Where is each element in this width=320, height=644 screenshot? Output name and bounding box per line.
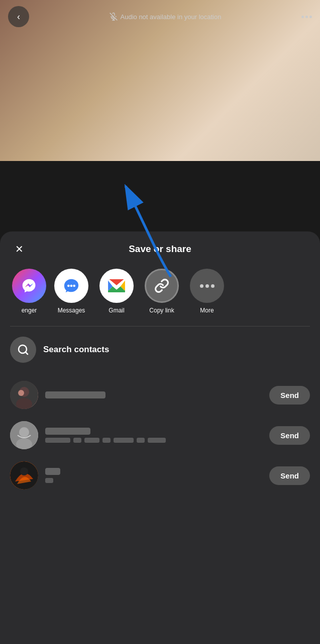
contact-row: Send [10,455,310,496]
messenger-label: enger [22,307,37,314]
svg-rect-6 [108,290,125,292]
copy-link-icon [145,269,179,303]
svg-point-3 [67,285,70,287]
contact-name-blur [45,428,90,435]
sheet-header: ✕ Save or share [10,244,310,255]
gmail-label: Gmail [109,307,124,314]
svg-point-17 [20,467,28,475]
more-label: More [200,307,214,314]
search-contacts-label: Search contacts [43,345,109,355]
close-button[interactable]: ✕ [10,240,28,258]
contact-meta [45,438,262,443]
back-button[interactable]: ‹ [8,6,29,27]
svg-line-8 [26,352,28,354]
contact-info [45,428,262,443]
contact-name-blur [45,391,105,398]
contacts-list: Send [10,375,310,496]
messages-label: Messages [58,307,85,314]
search-icon [10,337,36,363]
svg-point-14 [19,427,29,437]
divider [10,326,310,327]
svg-point-4 [70,285,73,287]
messenger-icon [12,269,46,303]
audio-notice: Audio not available in your location [110,13,222,21]
more-options-button[interactable] [301,16,312,18]
svg-point-12 [18,390,24,396]
app-gmail[interactable]: Gmail [96,269,137,314]
app-more[interactable]: More [187,269,227,314]
contact-row: Send [10,415,310,455]
share-bottom-sheet: ✕ Save or share e [0,231,320,644]
audio-notice-text: Audio not available in your location [121,13,222,21]
app-copy-link[interactable]: Copy link [142,269,182,314]
copy-link-label: Copy link [149,307,174,314]
search-contacts[interactable]: Search contacts [10,337,310,363]
background-image: ‹ Audio not available in your location [0,0,320,161]
send-button[interactable]: Send [269,466,310,485]
app-messages[interactable]: Messages [51,269,91,314]
share-apps-row: enger Messages [10,269,310,314]
contact-info [45,468,262,483]
contact-info [45,391,262,398]
avatar [10,461,38,490]
svg-point-5 [73,285,75,287]
send-button[interactable]: Send [269,426,310,445]
avatar [10,381,38,409]
sheet-title: Save or share [129,244,191,255]
gmail-icon [99,269,134,303]
contact-meta [45,478,262,483]
messages-icon [54,269,88,303]
avatar [10,421,38,449]
app-messenger[interactable]: enger [12,269,46,314]
send-button[interactable]: Send [269,386,310,405]
top-bar: ‹ Audio not available in your location [0,0,320,33]
more-apps-icon [190,269,224,303]
contact-name-blur [45,468,60,475]
contact-row: Send [10,375,310,415]
